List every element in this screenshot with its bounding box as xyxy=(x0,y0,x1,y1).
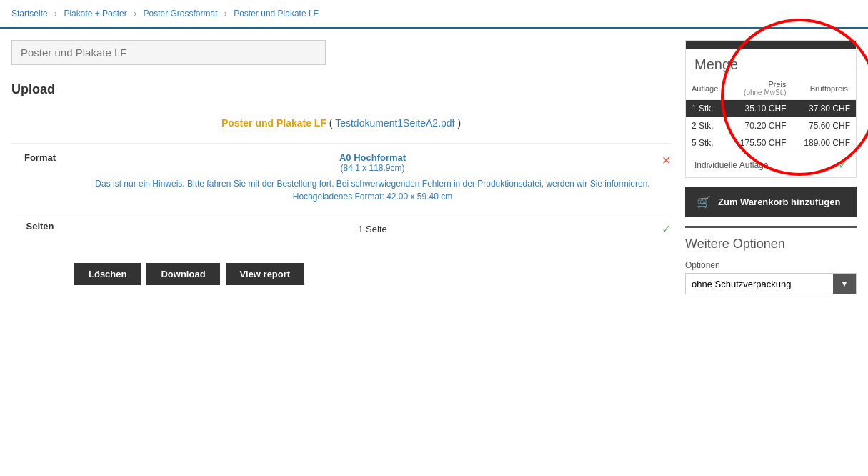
breadcrumb-poster-grossformat[interactable]: Poster Grossformat xyxy=(143,9,217,19)
seiten-value: 1 Seite xyxy=(74,221,671,237)
price-row-preis: 175.50 CHF xyxy=(728,134,792,152)
optionen-label: Optionen xyxy=(685,260,857,270)
format-row: Format A0 Hochformat (84.1 x 118.9cm) Da… xyxy=(11,143,671,212)
price-row-preis: 70.20 CHF xyxy=(728,117,792,134)
format-label: Format xyxy=(11,152,69,163)
price-row-2[interactable]: 5 Stk. 175.50 CHF 189.00 CHF xyxy=(686,134,856,152)
format-content: A0 Hochformat (84.1 x 118.9cm) Das ist n… xyxy=(69,152,671,203)
format-error-icon: ✕ xyxy=(662,154,671,167)
price-table-header-row: Auflage Preis (ohne MwSt.) Bruttopreis: xyxy=(686,77,856,100)
format-note: Das ist nur ein Hinweis. Bitte fahren Si… xyxy=(74,177,671,203)
breadcrumb-sep-2: › xyxy=(134,9,136,19)
col-auflage: Auflage xyxy=(686,77,728,100)
breadcrumb-plakate[interactable]: Plakate + Poster xyxy=(64,9,126,19)
optionen-select[interactable]: ohne Schutzverpackungmit Schutzverpackun… xyxy=(686,274,833,294)
format-dims: (84.1 x 118.9cm) xyxy=(74,163,671,173)
price-row-bruttopreis: 37.80 CHF xyxy=(792,100,856,118)
warenkorb-label: Zum Warenkorb hinzufügen xyxy=(718,197,840,207)
left-content: Upload Poster und Plakate LF ( Testdokum… xyxy=(11,40,671,308)
col-bruttopreis: Bruttopreis: xyxy=(792,77,856,100)
chevron-down-icon: ▼ xyxy=(833,274,856,294)
price-row-auflage: 2 Stk. xyxy=(686,117,728,134)
seiten-content: 1 Seite xyxy=(69,221,671,237)
upload-section: Upload Poster und Plakate LF ( Testdokum… xyxy=(11,82,671,297)
upload-label: Upload xyxy=(11,82,671,97)
individuelle-auflage-row[interactable]: Individuelle Auflage ✓ xyxy=(686,152,856,177)
weitere-optionen-section: Weitere Optionen Optionen ohne Schutzver… xyxy=(685,226,857,294)
cart-icon: 🛒 xyxy=(697,195,711,209)
action-buttons: Löschen Download View report xyxy=(11,263,671,285)
loeschen-button[interactable]: Löschen xyxy=(74,263,141,285)
file-title: Poster und Plakate LF ( Testdokument1Sei… xyxy=(11,117,671,129)
menge-header-bar xyxy=(686,41,856,49)
breadcrumb-sep-1: › xyxy=(54,9,57,19)
price-row-auflage: 1 Stk. xyxy=(686,100,728,118)
breadcrumb-startseite[interactable]: Startseite xyxy=(11,9,48,19)
price-table: Auflage Preis (ohne MwSt.) Bruttopreis: … xyxy=(686,77,856,152)
breadcrumb-current[interactable]: Poster und Plakate LF xyxy=(234,9,319,19)
individuelle-check-icon: ✓ xyxy=(838,158,847,172)
warenkorb-button[interactable]: 🛒 Zum Warenkorb hinzufügen xyxy=(685,187,857,217)
view-report-button[interactable]: View report xyxy=(226,263,305,285)
menge-section: Menge Auflage Preis (ohne MwSt.) Bruttop… xyxy=(685,40,857,178)
right-sidebar: Menge Auflage Preis (ohne MwSt.) Bruttop… xyxy=(685,40,857,294)
weitere-optionen-title: Weitere Optionen xyxy=(685,237,857,252)
individuelle-label: Individuelle Auflage xyxy=(694,160,768,170)
price-row-0[interactable]: 1 Stk. 35.10 CHF 37.80 CHF xyxy=(686,100,856,118)
menge-title: Menge xyxy=(686,49,856,77)
optionen-select-wrapper[interactable]: ohne Schutzverpackungmit Schutzverpackun… xyxy=(685,273,857,294)
seiten-check-icon: ✓ xyxy=(662,222,671,236)
price-row-1[interactable]: 2 Stk. 70.20 CHF 75.60 CHF xyxy=(686,117,856,134)
format-name: A0 Hochformat xyxy=(74,152,671,163)
breadcrumb: Startseite › Plakate + Poster › Poster G… xyxy=(0,0,868,29)
price-row-bruttopreis: 189.00 CHF xyxy=(792,134,856,152)
col-preis: Preis (ohne MwSt.) xyxy=(728,77,792,100)
seiten-label: Seiten xyxy=(11,221,69,232)
seiten-row: Seiten 1 Seite ✓ xyxy=(11,212,671,246)
file-area: Poster und Plakate LF ( Testdokument1Sei… xyxy=(11,106,671,297)
title-input[interactable] xyxy=(11,40,326,65)
price-row-bruttopreis: 75.60 CHF xyxy=(792,117,856,134)
breadcrumb-sep-3: › xyxy=(224,9,227,19)
price-row-preis: 35.10 CHF xyxy=(728,100,792,118)
download-button[interactable]: Download xyxy=(146,263,219,285)
price-row-auflage: 5 Stk. xyxy=(686,134,728,152)
